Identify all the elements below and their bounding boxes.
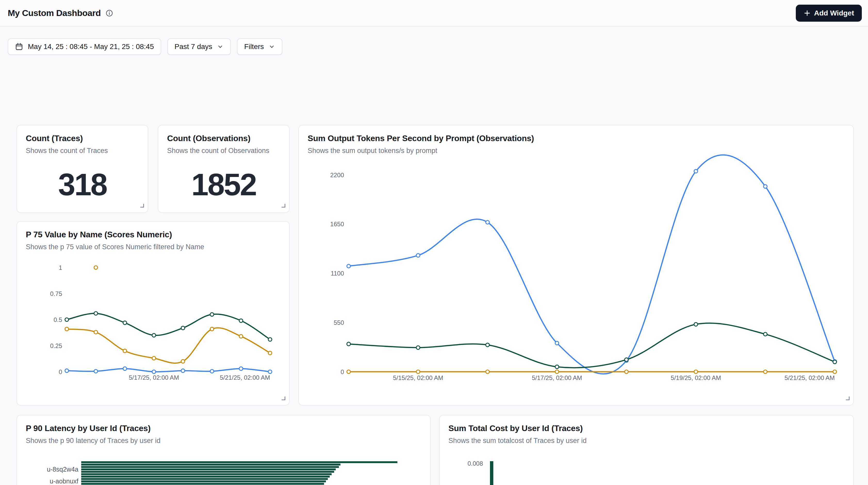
bar[interactable]	[81, 474, 332, 475]
data-point[interactable]	[625, 358, 628, 361]
y-axis-label: 550	[334, 319, 344, 326]
data-point[interactable]	[65, 369, 69, 372]
date-range-picker[interactable]: May 14, 25 : 08:45 - May 21, 25 : 08:45	[8, 38, 161, 55]
bar[interactable]	[490, 461, 493, 485]
bar[interactable]	[81, 468, 336, 470]
data-point[interactable]	[347, 342, 350, 346]
bar[interactable]	[81, 480, 326, 482]
x-axis-label: 5/21/25, 02:00 AM	[784, 374, 835, 381]
data-point[interactable]	[239, 319, 243, 323]
widget-title: Sum Output Tokens Per Second by Prompt (…	[308, 133, 844, 143]
data-point[interactable]	[94, 330, 98, 334]
filters-label: Filters	[244, 42, 264, 51]
data-point[interactable]	[694, 170, 698, 173]
y-axis-label: 0.75	[50, 290, 62, 297]
data-point[interactable]	[764, 332, 767, 336]
data-point[interactable]	[268, 370, 272, 373]
data-point[interactable]	[486, 343, 490, 347]
chevron-down-icon	[269, 43, 275, 50]
data-point[interactable]	[152, 334, 156, 337]
bar[interactable]	[81, 476, 330, 478]
line-chart-tokens[interactable]: 05501100165022005/15/25, 02:00 AM5/17/25…	[299, 125, 854, 405]
data-point[interactable]	[833, 370, 837, 373]
data-point[interactable]	[210, 327, 214, 331]
data-point[interactable]	[347, 370, 350, 373]
widget-count-traces[interactable]: Count (Traces) Shows the count of Traces…	[17, 125, 148, 213]
data-point[interactable]	[239, 335, 243, 338]
y-axis-label: 1100	[331, 270, 344, 277]
data-point[interactable]	[210, 313, 214, 316]
dashboard-canvas: Count (Traces) Shows the count of Traces…	[0, 55, 868, 483]
data-point[interactable]	[239, 367, 243, 370]
data-point[interactable]	[181, 326, 185, 330]
plus-icon	[804, 9, 811, 17]
data-point[interactable]	[833, 360, 837, 364]
y-axis-label: 0	[59, 368, 62, 375]
data-point[interactable]	[65, 327, 69, 331]
resize-handle-icon[interactable]	[138, 202, 145, 209]
filter-toolbar: May 14, 25 : 08:45 - May 21, 25 : 08:45 …	[8, 38, 868, 55]
bar[interactable]	[81, 466, 339, 468]
bar[interactable]	[81, 483, 324, 485]
widget-subtitle: Shows the p 75 value of Scores Numeric f…	[26, 243, 280, 251]
filters-dropdown[interactable]: Filters	[237, 38, 282, 55]
widget-sum-output-tokens[interactable]: 05501100165022005/15/25, 02:00 AM5/17/25…	[298, 125, 854, 405]
y-axis-label: 1	[59, 264, 62, 271]
time-preset-dropdown[interactable]: Past 7 days	[167, 38, 231, 55]
widget-p90-latency[interactable]: u-8sq2w4au-aobnuxfu-tFAR5TXu-zVqP3hwu-5M…	[17, 415, 431, 485]
data-point[interactable]	[555, 341, 559, 345]
data-point[interactable]	[555, 370, 559, 373]
data-point[interactable]	[123, 321, 127, 325]
widget-subtitle: Shows the count of Observations	[167, 147, 280, 155]
data-point[interactable]	[555, 365, 559, 369]
data-point[interactable]	[94, 369, 98, 373]
data-point[interactable]	[416, 346, 420, 349]
y-axis-label: 0.5	[54, 316, 62, 323]
data-point[interactable]	[65, 318, 69, 322]
data-point[interactable]	[486, 370, 490, 373]
widget-sum-total-cost[interactable]: 0.0080.006 Sum Total Cost by User Id (Tr…	[439, 415, 854, 485]
data-point[interactable]	[416, 253, 420, 257]
data-point[interactable]	[181, 369, 185, 372]
bar[interactable]	[81, 463, 340, 465]
bar[interactable]	[81, 471, 334, 473]
data-point[interactable]	[123, 367, 127, 370]
calendar-icon	[15, 42, 23, 51]
bar[interactable]	[81, 478, 328, 480]
widget-p75-scores[interactable]: 00.250.50.7515/17/25, 02:00 AM5/21/25, 0…	[17, 221, 289, 405]
data-point[interactable]	[123, 349, 127, 353]
add-widget-button[interactable]: Add Widget	[796, 5, 862, 22]
data-point[interactable]	[416, 370, 420, 373]
resize-handle-icon[interactable]	[279, 202, 286, 209]
data-point[interactable]	[94, 266, 98, 269]
count-value: 1852	[158, 156, 289, 212]
data-point[interactable]	[486, 220, 490, 224]
widget-title: P 75 Value by Name (Scores Numeric)	[26, 230, 280, 239]
data-point[interactable]	[347, 265, 350, 268]
x-axis-label: 5/19/25, 02:00 AM	[671, 374, 721, 381]
data-point[interactable]	[625, 370, 628, 373]
resize-handle-icon[interactable]	[279, 394, 286, 402]
bar[interactable]	[81, 461, 397, 463]
data-point[interactable]	[764, 370, 767, 373]
data-point[interactable]	[268, 351, 272, 355]
data-point[interactable]	[210, 369, 214, 373]
chevron-down-icon	[217, 43, 224, 50]
y-axis-label: 2200	[330, 172, 344, 179]
x-axis-label: 5/17/25, 02:00 AM	[532, 374, 582, 381]
data-point[interactable]	[764, 185, 767, 188]
data-point[interactable]	[152, 356, 156, 360]
data-point[interactable]	[94, 312, 98, 315]
count-value: 318	[17, 156, 148, 212]
data-point[interactable]	[694, 370, 698, 373]
y-axis-label: 0.008	[467, 460, 483, 467]
data-point[interactable]	[181, 360, 185, 363]
data-point[interactable]	[694, 323, 698, 326]
info-icon[interactable]	[105, 9, 113, 17]
data-point[interactable]	[268, 338, 272, 341]
resize-handle-icon[interactable]	[843, 394, 850, 402]
widget-count-observations[interactable]: Count (Observations) Shows the count of …	[158, 125, 289, 213]
data-point[interactable]	[152, 370, 156, 373]
y-axis-label: 0.25	[50, 342, 62, 349]
widget-subtitle: Shows the sum output tokens/s by prompt	[308, 147, 844, 155]
